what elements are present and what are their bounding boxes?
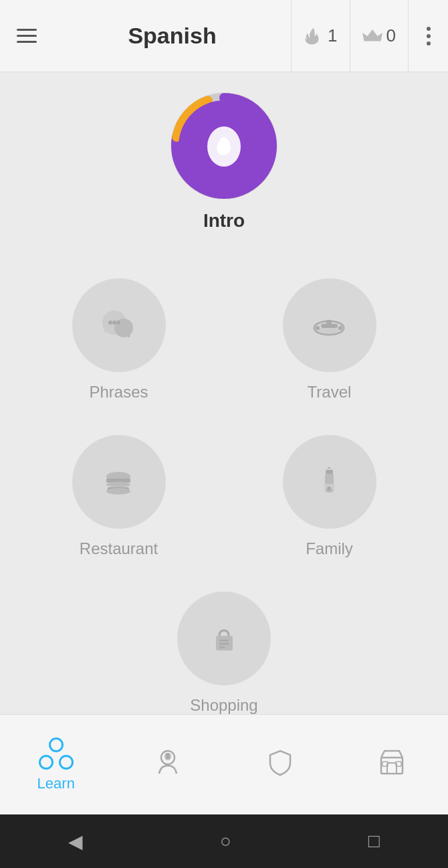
home-button[interactable]: ○ — [220, 831, 231, 852]
svg-point-12 — [316, 326, 320, 330]
fire-icon — [304, 26, 324, 46]
bottom-nav: Learn — [0, 714, 448, 814]
egg-icon — [203, 121, 246, 171]
main-content: Intro Phrases — [0, 72, 448, 714]
svg-point-31 — [170, 755, 172, 757]
intro-circle[interactable] — [171, 92, 277, 199]
more-button[interactable] — [408, 0, 448, 72]
svg-rect-32 — [381, 758, 403, 774]
lesson-item-phrases[interactable]: Phrases — [13, 258, 224, 415]
phrases-circle — [72, 278, 166, 372]
family-circle — [283, 435, 376, 529]
intro-section[interactable]: Intro — [0, 92, 448, 232]
svg-point-30 — [164, 755, 166, 757]
svg-rect-33 — [387, 763, 397, 774]
back-button[interactable]: ◀ — [68, 831, 83, 853]
svg-point-17 — [106, 482, 130, 487]
shopping-circle — [177, 592, 271, 685]
svg-point-13 — [338, 326, 342, 330]
restaurant-icon — [97, 460, 140, 504]
fire-count: 1 — [328, 25, 337, 46]
svg-rect-21 — [326, 470, 333, 474]
shopping-icon — [203, 617, 246, 661]
lesson-item-shopping[interactable]: Shopping — [13, 572, 435, 714]
learn-icon — [39, 737, 74, 770]
crown-stat: 0 — [350, 0, 408, 72]
intro-icon-circle — [179, 100, 269, 191]
travel-label: Travel — [308, 383, 352, 402]
lesson-item-travel[interactable]: Travel — [224, 258, 435, 415]
svg-point-7 — [112, 321, 116, 325]
shop-icon — [378, 748, 406, 776]
restaurant-circle — [72, 435, 166, 529]
intro-label: Intro — [203, 210, 245, 232]
learn-label: Learn — [37, 775, 75, 792]
lesson-item-family[interactable]: Family — [224, 415, 435, 572]
nav-item-shield[interactable] — [230, 748, 330, 782]
svg-rect-14 — [326, 320, 332, 328]
travel-circle — [283, 278, 376, 372]
phrases-icon — [97, 304, 140, 347]
family-icon — [308, 460, 351, 504]
fire-stat: 1 — [291, 0, 349, 72]
nav-item-characters[interactable] — [118, 748, 218, 782]
svg-point-6 — [108, 321, 112, 325]
shopping-label: Shopping — [190, 696, 257, 714]
more-dots-icon — [427, 27, 431, 46]
crown-icon — [362, 26, 382, 46]
system-nav-bar: ◀ ○ □ — [0, 814, 448, 868]
recents-button[interactable]: □ — [368, 831, 380, 852]
characters-icon — [154, 748, 182, 776]
svg-point-23 — [327, 487, 331, 491]
nav-item-shop[interactable] — [342, 748, 442, 782]
svg-point-8 — [116, 321, 120, 325]
restaurant-label: Restaurant — [80, 539, 158, 558]
page-title: Spanish — [53, 23, 291, 49]
travel-icon — [308, 304, 351, 347]
hamburger-button[interactable] — [0, 29, 53, 43]
top-bar: Spanish 1 0 — [0, 0, 448, 72]
hamburger-icon — [17, 29, 37, 43]
svg-point-19 — [106, 488, 130, 495]
top-stats: 1 0 — [291, 0, 448, 72]
crown-count: 0 — [386, 25, 396, 46]
shield-icon — [266, 748, 294, 776]
phrases-label: Phrases — [89, 383, 148, 402]
lesson-item-restaurant[interactable]: Restaurant — [13, 415, 224, 572]
lesson-grid: Phrases Travel — [0, 258, 448, 714]
family-label: Family — [306, 539, 353, 558]
nav-item-learn[interactable]: Learn — [6, 737, 106, 792]
